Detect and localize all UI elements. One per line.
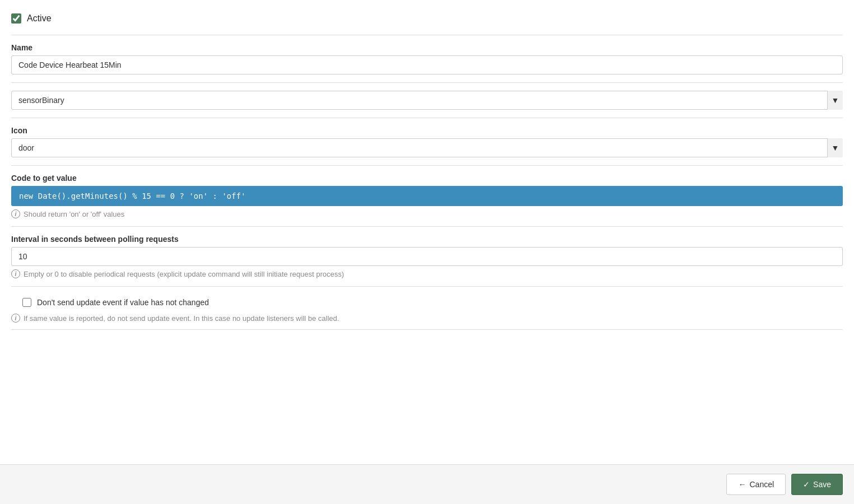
- divider-7: [11, 329, 843, 330]
- save-label: Save: [813, 480, 831, 489]
- footer: ← Cancel ✓ Save: [0, 464, 854, 504]
- code-hint-row: i Should return 'on' or 'off' values: [11, 209, 843, 218]
- icon-label: Icon: [11, 126, 843, 135]
- code-hint-text: Should return 'on' or 'off' values: [24, 210, 124, 218]
- interval-hint-text: Empty or 0 to disable periodical request…: [24, 270, 344, 278]
- name-input[interactable]: [11, 55, 843, 74]
- interval-input[interactable]: [11, 247, 843, 266]
- divider-3: [11, 118, 843, 118]
- no-update-checkbox[interactable]: [22, 298, 31, 307]
- divider-5: [11, 226, 843, 227]
- icon-select-wrapper: door window motion temperature ▼: [11, 138, 843, 157]
- code-info-icon: i: [11, 209, 20, 218]
- sensor-type-wrapper: sensorBinary sensorMultilevel switch ▼: [11, 91, 843, 110]
- active-row: Active: [11, 9, 843, 28]
- form-content: Active Name sensorBinary sensorMultileve…: [0, 0, 854, 464]
- save-button[interactable]: ✓ Save: [791, 474, 843, 495]
- no-update-row: Don't send update event if value has not…: [11, 293, 843, 311]
- code-label: Code to get value: [11, 174, 843, 183]
- divider-1: [11, 35, 843, 35]
- interval-info-icon: i: [11, 269, 20, 278]
- sensor-type-group: sensorBinary sensorMultilevel switch ▼: [11, 91, 843, 110]
- interval-hint-row: i Empty or 0 to disable periodical reque…: [11, 269, 843, 278]
- code-input[interactable]: [11, 186, 843, 206]
- active-label: Active: [27, 13, 52, 24]
- interval-label: Interval in seconds between polling requ…: [11, 235, 843, 244]
- cancel-arrow-icon: ←: [738, 480, 746, 489]
- cancel-button[interactable]: ← Cancel: [726, 474, 786, 495]
- divider-2: [11, 82, 843, 83]
- cancel-label: Cancel: [749, 480, 774, 489]
- code-group: Code to get value i Should return 'on' o…: [11, 174, 843, 218]
- icon-select[interactable]: door window motion temperature: [11, 138, 843, 157]
- icon-group: Icon door window motion temperature ▼: [11, 126, 843, 157]
- no-update-hint-row: i If same value is reported, do not send…: [11, 314, 843, 323]
- interval-group: Interval in seconds between polling requ…: [11, 235, 843, 278]
- name-label: Name: [11, 43, 843, 52]
- no-update-label: Don't send update event if value has not…: [37, 298, 209, 307]
- sensor-type-select[interactable]: sensorBinary sensorMultilevel switch: [11, 91, 843, 110]
- active-checkbox[interactable]: [11, 13, 21, 24]
- name-group: Name: [11, 43, 843, 74]
- form-container: Active Name sensorBinary sensorMultileve…: [0, 0, 854, 504]
- no-update-hint-text: If same value is reported, do not send u…: [24, 314, 339, 323]
- save-check-icon: ✓: [803, 480, 810, 489]
- no-update-info-icon: i: [11, 314, 20, 323]
- divider-6: [11, 286, 843, 287]
- divider-4: [11, 165, 843, 166]
